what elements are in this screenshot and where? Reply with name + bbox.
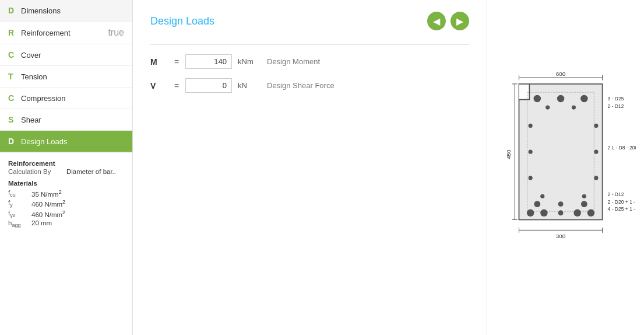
- page-title: Design Loads: [150, 15, 427, 27]
- rebar-left-1: [528, 124, 532, 128]
- rebar-top-3: [580, 95, 588, 103]
- label-bot-rebar2: 2 - D20 + 1 - D16: [607, 199, 635, 205]
- sidebar-letter-s: S: [8, 115, 21, 124]
- rebar-bot-2c: [580, 201, 587, 207]
- moment-eq: =: [168, 57, 185, 67]
- sidebar-item-design-loads[interactable]: D Design Loads: [0, 131, 132, 152]
- moment-unit: kNm: [232, 57, 267, 66]
- sidebar-letter-d2: D: [8, 137, 21, 146]
- fy-label: fy: [8, 199, 31, 208]
- sidebar-item-dimensions[interactable]: D Dimensions: [0, 0, 132, 22]
- shear-var: V: [150, 81, 168, 90]
- label-links: 2 L - D8 - 200: [607, 145, 635, 151]
- rebar-top-4: [546, 106, 550, 110]
- hagg-label: hagg: [8, 219, 31, 228]
- rebar-bot-3d: [573, 210, 581, 217]
- rebar-bot-2a: [534, 201, 540, 207]
- label-top-rebar1: 3 - D25: [607, 96, 624, 102]
- shear-input[interactable]: [185, 78, 232, 93]
- label-top-rebar2: 2 - D12: [607, 103, 624, 109]
- calc-by-label: Calculation By: [8, 168, 66, 175]
- section-diagram: 600 450: [496, 68, 636, 267]
- sidebar-item-tension[interactable]: T Tension: [0, 66, 132, 88]
- sidebar-letter-r: R: [8, 28, 21, 37]
- sidebar-item-compression[interactable]: C Compression: [0, 88, 132, 109]
- fyv-row: fyv 460 N/mm2: [8, 210, 124, 218]
- rebar-left-2: [528, 150, 532, 154]
- sidebar-label-reinforcement: Reinforcement: [21, 29, 108, 37]
- rebar-bot-2b: [558, 201, 563, 207]
- rebar-top-5: [571, 106, 575, 110]
- divider: [150, 44, 469, 45]
- sidebar-item-reinforcement[interactable]: R Reinforcement true: [0, 22, 132, 44]
- fy-value: 460 N/mm2: [31, 199, 65, 208]
- reinforcement-heading: Reinforcement: [8, 160, 124, 167]
- sidebar-label-shear: Shear: [21, 116, 124, 124]
- rebar-left-3: [528, 176, 532, 180]
- sidebar-label-tension: Tension: [21, 72, 124, 81]
- height-label: 450: [505, 149, 512, 159]
- moment-input[interactable]: [185, 54, 232, 69]
- calc-by-row: Calculation By Diameter of bar..: [8, 168, 124, 175]
- label-bot-rebar3: 4 - D25 + 1 - D16: [607, 206, 635, 212]
- rebar-right-1: [594, 124, 598, 128]
- fcu-row: fcu 35 N/mm2: [8, 189, 124, 198]
- rebar-top-1: [533, 95, 541, 103]
- fcu-label: fcu: [8, 189, 31, 198]
- sidebar-item-cover[interactable]: C Cover: [0, 44, 132, 66]
- fy-row: fy 460 N/mm2: [8, 199, 124, 208]
- rebar-bot-3a: [526, 210, 534, 217]
- shear-unit: kN: [232, 81, 267, 90]
- width-label: 600: [555, 71, 565, 77]
- sidebar-label-cover: Cover: [21, 51, 124, 60]
- rebar-bot-3c: [558, 210, 563, 215]
- calc-by-value: Diameter of bar..: [66, 168, 116, 175]
- sidebar-label-compression: Compression: [21, 94, 124, 103]
- sidebar-letter-t: T: [8, 72, 21, 81]
- nav-prev-button[interactable]: ◀: [427, 12, 446, 30]
- rebar-bot-1a: [540, 194, 544, 198]
- main-content: Design Loads ◀ ▶ M = kNm Design Moment V…: [133, 0, 487, 335]
- label-bot-rebar1: 2 - D12: [607, 191, 624, 197]
- hagg-row: hagg 20 mm: [8, 219, 124, 228]
- nav-next-button[interactable]: ▶: [451, 12, 469, 30]
- rebar-right-2: [594, 150, 598, 154]
- diagram-panel: 600 450: [487, 0, 644, 335]
- sidebar-plus-reinforcement: true: [108, 27, 124, 38]
- fcu-value: 35 N/mm2: [31, 189, 62, 198]
- moment-row: M = kNm Design Moment: [150, 54, 469, 69]
- shear-row: V = kN Design Shear Force: [150, 78, 469, 93]
- sidebar-label-design-loads: Design Loads: [21, 137, 124, 146]
- sidebar-letter-c2: C: [8, 93, 21, 103]
- rebar-bot-3e: [587, 210, 594, 217]
- rebar-top-2: [557, 95, 564, 103]
- shear-desc: Design Shear Force: [267, 81, 335, 90]
- sidebar-item-shear[interactable]: S Shear: [0, 109, 132, 131]
- sidebar-info: Reinforcement Calculation By Diameter of…: [0, 152, 132, 236]
- svg-rect-7: [519, 84, 529, 100]
- fyv-label: fyv: [8, 210, 31, 218]
- rebar-bot-1b: [582, 194, 586, 198]
- nav-buttons: ◀ ▶: [427, 12, 469, 30]
- sidebar-letter-d: D: [8, 6, 21, 15]
- bottom-label: 300: [555, 233, 565, 239]
- rebar-right-3: [594, 176, 598, 180]
- sidebar: D Dimensions R Reinforcement true C Cove…: [0, 0, 133, 335]
- rebar-bot-3b: [540, 210, 548, 217]
- materials-heading: Materials: [8, 180, 124, 187]
- moment-var: M: [150, 57, 168, 67]
- main-header: Design Loads ◀ ▶: [150, 12, 469, 30]
- hagg-value: 20 mm: [31, 219, 52, 228]
- fyv-value: 460 N/mm2: [31, 210, 65, 218]
- moment-desc: Design Moment: [267, 57, 320, 66]
- sidebar-letter-c: C: [8, 50, 21, 60]
- shear-eq: =: [168, 81, 185, 90]
- sidebar-label-dimensions: Dimensions: [21, 6, 124, 15]
